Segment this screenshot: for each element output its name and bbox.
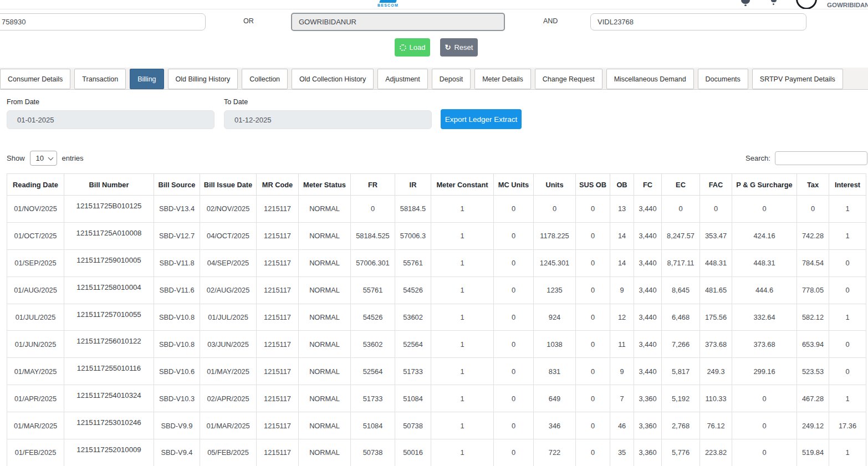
account-number-input[interactable] <box>0 13 206 30</box>
table-cell: 3,440 <box>634 304 662 331</box>
column-header[interactable]: Bill Number <box>64 174 154 196</box>
tab-documents[interactable]: Documents <box>698 69 748 89</box>
table-cell: 0 <box>829 276 866 304</box>
load-button[interactable]: Load <box>395 38 430 57</box>
table-cell: 01/MAY/2025 <box>200 358 257 385</box>
column-header[interactable]: FR <box>351 174 395 196</box>
tab-transaction[interactable]: Transaction <box>74 69 126 89</box>
table-cell: 1 <box>431 412 494 439</box>
table-cell: 175.56 <box>700 304 732 331</box>
table-cell: 1 <box>431 304 494 331</box>
column-header[interactable]: MR Code <box>257 174 299 196</box>
reset-button[interactable]: ↻ Reset <box>440 38 478 57</box>
table-cell: 0 <box>576 249 610 276</box>
tab-billing[interactable]: Billing <box>130 69 164 89</box>
column-header[interactable]: Reading Date <box>7 174 64 196</box>
table-cell: 52564 <box>395 331 431 358</box>
connection-id-input[interactable] <box>590 13 806 30</box>
table-cell: 0 <box>732 196 797 223</box>
to-date-input[interactable] <box>224 110 432 129</box>
tab-consumer-details[interactable]: Consumer Details <box>0 69 70 89</box>
tab-srtpv-payment-details[interactable]: SRTPV Payment Details <box>752 69 843 89</box>
tab-meter-details[interactable]: Meter Details <box>474 69 531 89</box>
table-cell: 01/NOV/2025 <box>7 196 64 223</box>
table-cell: 14 <box>610 249 634 276</box>
avatar[interactable] <box>796 0 817 9</box>
table-cell: 52564 <box>351 358 395 385</box>
tab-old-billing-history[interactable]: Old Billing History <box>168 69 238 89</box>
bell-icon[interactable] <box>741 0 750 4</box>
table-cell: 1215117 <box>257 276 299 304</box>
table-cell: 01/APR/2025 <box>7 385 64 412</box>
table-cell: 1215117 <box>257 385 299 412</box>
table-cell: 0 <box>829 331 866 358</box>
column-header[interactable]: Bill Issue Date <box>200 174 257 196</box>
table-cell: 373.68 <box>732 331 797 358</box>
export-ledger-extract-button[interactable]: Export Ledger Extract <box>441 109 522 129</box>
column-header[interactable]: EC <box>662 174 700 196</box>
column-header[interactable]: FC <box>634 174 662 196</box>
table-header-row: Reading DateBill NumberBill SourceBill I… <box>7 174 866 196</box>
table-cell: 1 <box>431 331 494 358</box>
tab-change-request[interactable]: Change Request <box>535 69 603 89</box>
table-cell: SBD-V13.4 <box>154 196 200 223</box>
table-cell: 0 <box>351 196 395 223</box>
search-input[interactable] <box>775 151 867 165</box>
table-cell: 0 <box>576 412 610 439</box>
table-cell: 1215117 <box>257 196 299 223</box>
column-header[interactable]: Interest <box>829 174 866 196</box>
table-cell: 8,645 <box>662 276 700 304</box>
table-cell: 01/JUL/2025 <box>7 304 64 331</box>
table-cell: 01/MAR/2025 <box>200 412 257 439</box>
tab-old-collection-history[interactable]: Old Collection History <box>292 69 374 89</box>
table-cell: 1215117256010122 <box>64 331 154 358</box>
tab-deposit[interactable]: Deposit <box>432 69 471 89</box>
search-label: Search: <box>746 154 770 162</box>
column-header[interactable]: IR <box>395 174 431 196</box>
tab-miscellaneous-demand[interactable]: Miscellaneous Demand <box>606 69 694 89</box>
column-header[interactable]: Units <box>534 174 576 196</box>
table-cell: 1 <box>431 196 494 223</box>
tab-collection[interactable]: Collection <box>242 69 288 89</box>
table-cell: 8,247.57 <box>662 222 700 249</box>
entries-label: entries <box>62 154 84 162</box>
table-cell: 0 <box>700 196 732 223</box>
table-cell: 924 <box>534 304 576 331</box>
column-header[interactable]: OB <box>610 174 634 196</box>
table-cell: 58184.525 <box>351 222 395 249</box>
table-cell: 1235 <box>534 276 576 304</box>
table-cell: SBD-V10.8 <box>154 304 200 331</box>
billing-table: Reading DateBill NumberBill SourceBill I… <box>7 173 866 466</box>
table-cell: 223.82 <box>700 439 732 466</box>
column-header[interactable]: Tax <box>797 174 829 196</box>
tab-adjustment[interactable]: Adjustment <box>377 69 428 89</box>
export-button-label: Export Ledger Extract <box>445 115 518 124</box>
column-header[interactable]: SUS OB <box>576 174 610 196</box>
table-cell: 0 <box>494 385 534 412</box>
table-row: 01/APR/20251215117254010324SBD-V10.302/A… <box>7 385 866 412</box>
column-header[interactable]: P & G Surcharge <box>732 174 797 196</box>
from-date-input[interactable] <box>7 110 215 129</box>
table-cell: 13 <box>610 196 634 223</box>
table-cell: 582.12 <box>797 304 829 331</box>
table-cell: 51733 <box>351 385 395 412</box>
column-header[interactable]: FAC <box>700 174 732 196</box>
table-cell: 1 <box>829 385 866 412</box>
table-row: 01/JUN/20251215117256010122SBD-V10.803/J… <box>7 331 866 358</box>
user-name-label: GOWRIBIDANUR <box>827 2 868 8</box>
table-cell: 249.12 <box>797 412 829 439</box>
table-cell: 0 <box>576 439 610 466</box>
column-header[interactable]: MC Units <box>494 174 534 196</box>
column-header[interactable]: Meter Status <box>299 174 351 196</box>
table-cell: 7 <box>610 385 634 412</box>
entries-select[interactable]: 10 <box>30 151 57 166</box>
table-cell: 424.16 <box>732 222 797 249</box>
table-cell: 778.05 <box>797 276 829 304</box>
table-cell: 55761 <box>395 249 431 276</box>
office-name-input[interactable] <box>291 13 505 31</box>
column-header[interactable]: Bill Source <box>154 174 200 196</box>
table-cell: 02/NOV/2025 <box>200 196 257 223</box>
caret-icon[interactable] <box>771 0 777 2</box>
table-cell: SBD-V11.8 <box>154 249 200 276</box>
column-header[interactable]: Meter Constant <box>431 174 494 196</box>
